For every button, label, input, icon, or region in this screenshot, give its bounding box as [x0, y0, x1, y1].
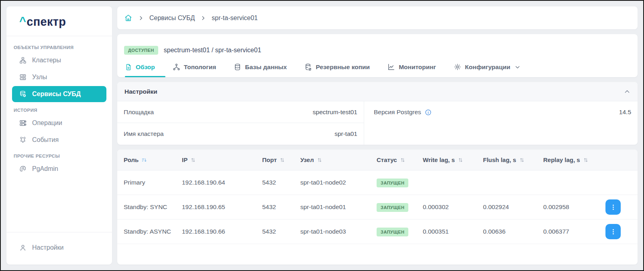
breadcrumb-item-service[interactable]: spr-ta-service01 [212, 14, 258, 22]
column-header-ip[interactable]: IP [182, 156, 262, 163]
column-header-port[interactable]: Порт [262, 156, 300, 163]
tab-configurations[interactable]: Конфигурации [454, 63, 520, 77]
sort-both-icon [317, 157, 322, 163]
tab-overview[interactable]: Обзор [125, 63, 155, 77]
sidebar-item-label: Операции [32, 119, 62, 127]
sidebar-item-label: Настройки [32, 244, 63, 251]
tab-label: Мониторинг [399, 64, 436, 71]
operations-icon [19, 119, 27, 127]
tab-databases[interactable]: Базы данных [234, 63, 287, 77]
cell-node: spr-ta01-node01 [300, 203, 377, 211]
field-label-text: Версия Postgres [374, 109, 421, 116]
sidebar-item-dbms-services[interactable]: Сервисы СУБД [12, 86, 106, 102]
column-label: Роль [124, 156, 139, 163]
cell-role: Standby: ASYNC [124, 228, 182, 235]
chevron-down-icon [515, 64, 520, 70]
cluster-icon [19, 56, 27, 64]
field-label: Версия Postgres [374, 109, 432, 116]
sidebar-item-label: Кластеры [32, 57, 61, 64]
tab-label: Конфигурации [465, 64, 510, 71]
status-badge: ЗАПУЩЕН [377, 203, 408, 212]
column-label: Статус [377, 156, 397, 163]
field-cluster-name: Имя кластера spr-ta01 [117, 123, 364, 145]
breadcrumb-item-dbms-services[interactable]: Сервисы СУБД [149, 14, 195, 22]
column-header-status[interactable]: Статус [377, 156, 423, 163]
cell-node: spr-ta01-node03 [300, 228, 377, 235]
column-header-replay-lag[interactable]: Replay lag, s [543, 156, 603, 163]
table-row-standby-async: Standby: ASYNC 192.168.190.66 5432 spr-t… [117, 220, 638, 244]
field-value: 14.5 [619, 109, 631, 116]
app-logo: ^спектр [6, 6, 112, 36]
sidebar: ^спектр ОБЪЕКТЫ УПРАВЛЕНИЯ Кластеры Узлы [6, 6, 112, 265]
service-status-row: ДОСТУПЕН spectrum-test01 / spr-ta-servic… [124, 44, 631, 57]
column-header-write-lag[interactable]: Write lag, s [423, 156, 483, 163]
sidebar-nav: ОБЪЕКТЫ УПРАВЛЕНИЯ Кластеры Узлы [6, 36, 112, 178]
sidebar-item-operations[interactable]: Операции [12, 115, 106, 131]
home-icon[interactable] [124, 14, 132, 22]
tab-label: Обзор [136, 64, 155, 71]
field-site: Площадка spectrum-test01 [117, 101, 364, 123]
sidebar-item-clusters[interactable]: Кластеры [12, 52, 106, 68]
cell-status: ЗАПУЩЕН [377, 179, 423, 186]
cell-status: ЗАПУЩЕН [377, 228, 423, 235]
sort-both-icon [583, 157, 589, 163]
tab-topology[interactable]: Топология [173, 63, 216, 77]
sidebar-item-settings[interactable]: Настройки [12, 240, 106, 256]
column-label: Порт [262, 156, 277, 163]
sidebar-item-label: События [32, 136, 59, 144]
main-content: Сервисы СУБД spr-ta-service01 ДОСТУПЕН s… [117, 6, 638, 265]
sidebar-item-nodes[interactable]: Узлы [12, 69, 106, 85]
kebab-menu-button[interactable] [605, 224, 621, 239]
sidebar-section-other-resources: ПРОЧИЕ РЕСУРСЫ [14, 154, 105, 158]
cell-role: Primary [124, 179, 182, 186]
sidebar-item-events[interactable]: События [12, 132, 106, 148]
sidebar-footer: Настройки [6, 232, 112, 265]
cell-actions [603, 224, 631, 239]
tab-label: Базы данных [245, 64, 287, 71]
status-badge: ДОСТУПЕН [124, 46, 158, 55]
service-path: spectrum-test01 / spr-ta-service01 [164, 47, 261, 54]
replicas-table: Роль IP Порт Узел [117, 150, 638, 265]
tab-label: Топология [184, 64, 216, 71]
column-label: Replay lag, s [543, 156, 580, 163]
sort-both-icon [458, 157, 463, 163]
cell-replay-lag: 0.006377 [543, 228, 603, 235]
tab-monitoring[interactable]: Мониторинг [387, 63, 436, 77]
cell-port: 5432 [262, 228, 300, 235]
sort-both-icon [190, 157, 196, 163]
column-label: Узел [300, 156, 314, 163]
sidebar-item-label: PgAdmin [32, 165, 58, 172]
sidebar-section-history: ИСТОРИЯ [14, 108, 105, 113]
table-header-row: Роль IP Порт Узел [117, 150, 638, 170]
sort-both-icon [279, 157, 285, 163]
column-label: IP [182, 156, 187, 163]
info-icon[interactable] [425, 109, 432, 116]
service-header: ДОСТУПЕН spectrum-test01 / spr-ta-servic… [117, 34, 638, 77]
cell-ip: 192.168.190.65 [182, 203, 262, 211]
cell-role: Standby: SYNC [124, 203, 182, 211]
column-header-role[interactable]: Роль [124, 156, 182, 163]
kebab-menu-button[interactable] [605, 199, 621, 215]
status-badge: ЗАПУЩЕН [377, 179, 408, 187]
tab-backups[interactable]: Резервные копии [304, 63, 370, 77]
cell-replay-lag: 0.002958 [543, 203, 603, 211]
settings-left-column: Площадка spectrum-test01 Имя кластера sp… [117, 101, 364, 145]
settings-panel: Настройки Площадка spectrum-test01 Имя к… [117, 82, 638, 145]
sidebar-item-label: Сервисы СУБД [32, 90, 81, 98]
column-label: Write lag, s [423, 156, 455, 163]
cell-ip: 192.168.190.64 [182, 179, 262, 186]
chevron-up-icon[interactable] [624, 88, 630, 95]
settings-panel-header[interactable]: Настройки [117, 82, 638, 101]
backup-icon [304, 63, 312, 71]
sidebar-item-label: Узлы [32, 74, 47, 81]
topology-icon [173, 63, 180, 71]
column-header-node[interactable]: Узел [300, 156, 377, 163]
chevron-right-icon [138, 15, 144, 21]
sidebar-item-pgadmin[interactable]: PgAdmin [12, 161, 106, 177]
field-value: spr-ta01 [334, 130, 357, 138]
cell-node: spr-ta01-node02 [300, 179, 377, 186]
column-header-flush-lag[interactable]: Flush lag, s [483, 156, 543, 163]
logo-caret: ^ [19, 14, 26, 27]
settings-right-column: Версия Postgres 14.5 [364, 101, 638, 145]
sort-both-icon [400, 157, 406, 163]
